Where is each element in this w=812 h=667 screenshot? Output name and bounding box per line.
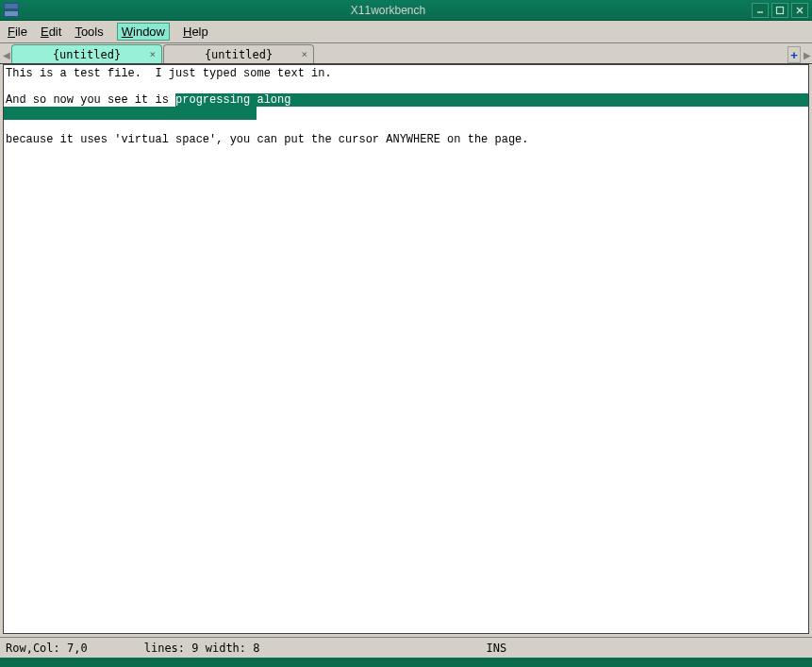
text-line-selection: [4, 107, 808, 120]
menu-window[interactable]: Window: [117, 23, 170, 41]
text-segment: And so now you see it is: [4, 93, 175, 107]
status-mode: INS: [317, 642, 806, 655]
tab-scroll-right[interactable]: ▶: [803, 46, 812, 63]
statusbar: Row,Col: 7,0 lines: 9 width: 8 INS: [0, 637, 812, 658]
text-line: [4, 120, 808, 133]
maximize-button[interactable]: [771, 3, 788, 18]
text-editor[interactable]: This is a test file. I just typed some t…: [3, 64, 809, 634]
tab-add-button[interactable]: +: [787, 46, 801, 63]
status-lines: lines: 9 width: 8: [144, 642, 260, 655]
menu-tools[interactable]: Tools: [75, 25, 103, 39]
text-line-selection: And so now you see it is progressing alo…: [4, 93, 808, 107]
selection-block: [4, 107, 257, 120]
menu-help[interactable]: Help: [183, 25, 208, 39]
tab-label: {untitled}: [53, 48, 121, 61]
tab-close-icon[interactable]: ×: [301, 48, 307, 60]
menu-edit[interactable]: Edit: [41, 25, 61, 39]
text-line: [4, 80, 808, 93]
tab-1[interactable]: {untitled} ×: [163, 44, 314, 63]
app-icon: [4, 3, 19, 18]
tab-scroll-left[interactable]: ◀: [2, 46, 11, 63]
text-line: This is a test file. I just typed some t…: [4, 67, 808, 80]
selection-fill: [290, 93, 808, 107]
close-button[interactable]: [791, 3, 808, 18]
tab-label: {untitled}: [205, 48, 273, 61]
minimize-button[interactable]: [752, 3, 769, 18]
menubar: File Edit Tools Window Help: [0, 21, 812, 43]
selection-text: progressing along: [175, 93, 290, 107]
tabbar: ◀ {untitled} × {untitled} × + ▶: [0, 43, 812, 64]
menu-file[interactable]: File: [8, 25, 27, 39]
tab-close-icon[interactable]: ×: [149, 48, 156, 60]
tab-0[interactable]: {untitled} ×: [11, 44, 162, 63]
titlebar: X11workbench: [0, 0, 812, 21]
text-line: because it uses 'virtual space', you can…: [4, 133, 808, 146]
svg-rect-1: [777, 7, 784, 13]
status-rowcol: Row,Col: 7,0: [6, 642, 88, 655]
window-title: X11workbench: [25, 4, 752, 17]
